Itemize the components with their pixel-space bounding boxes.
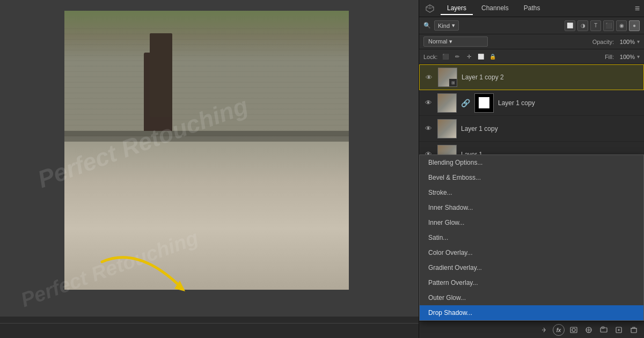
menu-satin[interactable]: Satin...	[420, 230, 643, 245]
filter-row: 🔍 Kind ▾ ⬜ ◑ T ⬛ ◉ ●	[419, 17, 644, 34]
filter-icons: ⬜ ◑ T ⬛ ◉ ●	[565, 20, 640, 31]
menu-blending-options[interactable]: Blending Options...	[420, 155, 643, 170]
layer-visibility-1[interactable]: 👁	[423, 150, 433, 155]
filter-smart-btn[interactable]: ◉	[616, 20, 627, 31]
menu-stroke[interactable]: Stroke...	[420, 185, 643, 200]
layer-thumbnail-copy1b	[437, 119, 457, 138]
layer-item-copy1a[interactable]: 👁 🔗 Layer 1 copy	[419, 90, 644, 116]
fx-button[interactable]: fx	[553, 324, 565, 336]
blend-mode-select[interactable]: Normal ▾	[423, 36, 488, 47]
menu-inner-glow[interactable]: Inner Glow...	[420, 215, 643, 230]
layer-visibility-copy1b[interactable]: 👁	[423, 124, 433, 134]
lock-artboard-btn[interactable]: ⬜	[476, 52, 486, 62]
context-menu: Blending Options... Bevel & Emboss... St…	[419, 155, 644, 321]
menu-outer-glow[interactable]: Outer Glow...	[420, 290, 643, 305]
bottom-toolbar: fx	[419, 321, 644, 338]
fill-row: Fill: 100% ▾	[605, 54, 640, 60]
menu-color-overlay[interactable]: Color Overlay...	[420, 245, 643, 260]
layer-visibility-copy2[interactable]: 👁	[424, 72, 434, 82]
layer-name-1: Layer 1	[461, 151, 640, 155]
lock-all-btn[interactable]: 🔒	[488, 52, 497, 62]
svg-rect-10	[631, 328, 636, 333]
layer-thumbnail-copy2: ⊞	[438, 68, 457, 87]
canvas-area: Perfect Retouching Perfect Retouching	[0, 0, 419, 338]
menu-pattern-overlay[interactable]: Pattern Overlay...	[420, 275, 643, 290]
layers-list[interactable]: 👁 ⊞ Layer 1 copy 2 👁 🔗	[419, 64, 644, 155]
layer-thumbnail-copy1a	[437, 93, 457, 113]
filter-kind-select[interactable]: Kind ▾	[434, 20, 459, 31]
layer-name-copy2: Layer 1 copy 2	[462, 74, 639, 81]
lock-transparent-btn[interactable]: ⬛	[441, 52, 450, 62]
filter-toggle-btn[interactable]: ●	[629, 20, 640, 31]
canvas-image	[64, 11, 349, 290]
tab-paths[interactable]: Paths	[517, 2, 547, 15]
panel-area: Layers Channels Paths ≡ 🔍 Kind ▾ ⬜ ◑ T ⬛…	[419, 0, 644, 338]
filter-type-btn[interactable]: T	[590, 20, 601, 31]
filter-pixel-btn[interactable]: ⬜	[565, 20, 575, 31]
adjustment-button[interactable]	[583, 324, 595, 336]
delete-layer-button[interactable]	[628, 324, 640, 336]
new-layer-button[interactable]	[613, 324, 625, 336]
layer-item-1[interactable]: 👁 ⊞ Layer 1	[419, 142, 644, 155]
filter-shape-btn[interactable]: ⬛	[603, 20, 614, 31]
layer-thumbnail-1: ⊞	[437, 145, 457, 155]
layer-item-copy2[interactable]: 👁 ⊞ Layer 1 copy 2	[419, 64, 644, 90]
opacity-row: Opacity: 100% ▾	[592, 39, 640, 45]
fill-chevron: ▾	[637, 54, 640, 60]
fill-label: Fill:	[605, 54, 614, 60]
layer-mask-copy1a	[474, 93, 494, 113]
lock-label: Lock:	[423, 54, 437, 60]
group-button[interactable]	[598, 324, 610, 336]
cube-icon	[423, 2, 436, 15]
layer-name-copy1a: Layer 1 copy	[498, 99, 640, 107]
layer-name-copy1b: Layer 1 copy	[461, 125, 640, 133]
menu-bevel-emboss[interactable]: Bevel & Emboss...	[420, 170, 643, 185]
opacity-label: Opacity:	[592, 39, 614, 45]
panel-top-bar: Layers Channels Paths ≡	[419, 0, 644, 17]
panel-menu-button[interactable]: ≡	[635, 4, 640, 13]
menu-gradient-overlay[interactable]: Gradient Overlay...	[420, 260, 643, 275]
tab-channels[interactable]: Channels	[475, 2, 515, 15]
chain-icon-copy1a: 🔗	[461, 99, 470, 107]
svg-line-2	[426, 7, 430, 9]
filter-adjust-btn[interactable]: ◑	[577, 20, 588, 31]
layers-panel: 🔍 Kind ▾ ⬜ ◑ T ⬛ ◉ ● Normal ▾ Opacity: 1…	[419, 17, 644, 338]
opacity-chevron: ▾	[637, 39, 640, 45]
lock-paint-btn[interactable]: ✏	[452, 52, 462, 62]
lock-row: Lock: ⬛ ✏ ✛ ⬜ 🔒 Fill: 100% ▾	[419, 49, 644, 64]
filter-kind-icon: 🔍	[423, 22, 431, 29]
context-menu-container: Blending Options... Bevel & Emboss... St…	[419, 155, 644, 321]
layer-item-copy1b[interactable]: 👁 Layer 1 copy	[419, 116, 644, 142]
tab-layers[interactable]: Layers	[441, 2, 473, 15]
fill-value[interactable]: 100%	[616, 54, 635, 60]
lock-move-btn[interactable]: ✛	[464, 52, 474, 62]
svg-point-5	[572, 328, 575, 332]
lock-icons: ⬛ ✏ ✛ ⬜ 🔒	[441, 52, 497, 62]
layer-visibility-copy1a[interactable]: 👁	[423, 98, 433, 108]
svg-line-3	[430, 7, 434, 9]
link-layers-button[interactable]	[538, 324, 550, 336]
canvas-bottom-bar	[0, 323, 419, 338]
menu-drop-shadow[interactable]: Drop Shadow...	[420, 305, 643, 320]
horizontal-scrollbar[interactable]	[0, 317, 419, 323]
opacity-value[interactable]: 100%	[616, 39, 635, 45]
add-mask-button[interactable]	[568, 324, 580, 336]
menu-inner-shadow[interactable]: Inner Shadow...	[420, 200, 643, 215]
blend-row: Normal ▾ Opacity: 100% ▾	[419, 34, 644, 49]
